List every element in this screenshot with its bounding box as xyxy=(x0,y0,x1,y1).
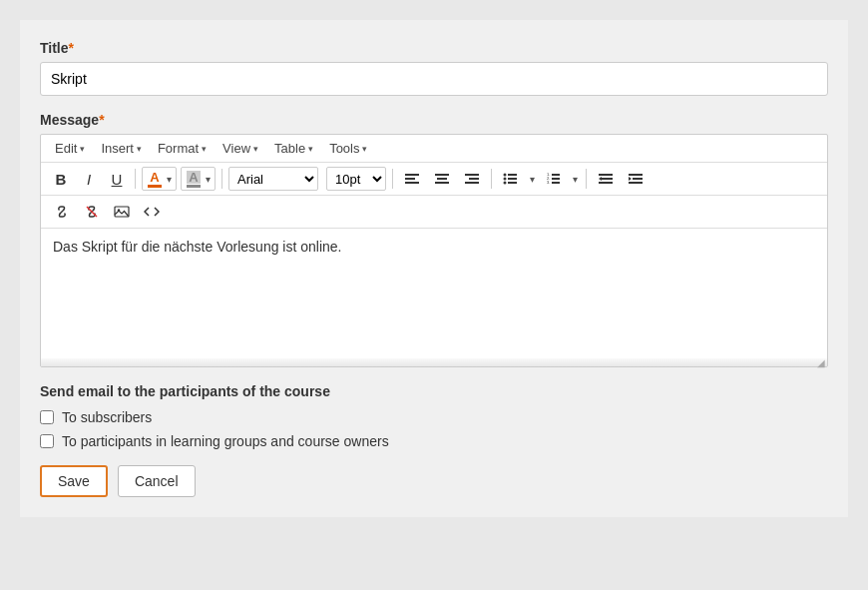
participants-checkbox[interactable] xyxy=(40,434,54,448)
align-center-button[interactable] xyxy=(429,167,455,191)
svg-point-11 xyxy=(504,178,507,181)
participants-label[interactable]: To participants in learning groups and c… xyxy=(62,433,389,449)
svg-text:3.: 3. xyxy=(547,180,550,185)
format-caret: ▾ xyxy=(202,144,207,154)
subscribers-label[interactable]: To subscribers xyxy=(62,409,152,425)
form-container: Title* Message* Edit ▾ Insert ▾ Format xyxy=(20,20,848,517)
link-icon xyxy=(54,204,70,220)
font-color-button[interactable]: A xyxy=(145,167,165,191)
insert-link-button[interactable] xyxy=(49,200,75,224)
rich-text-editor: Edit ▾ Insert ▾ Format ▾ View ▾ Table xyxy=(40,134,828,367)
svg-rect-0 xyxy=(405,174,419,176)
edit-caret: ▾ xyxy=(80,144,85,154)
menu-insert[interactable]: Insert ▾ xyxy=(95,139,148,158)
bullet-list-icon xyxy=(503,171,519,187)
action-buttons: Save Cancel xyxy=(40,465,828,497)
bg-color-button[interactable]: A xyxy=(184,167,204,191)
svg-rect-3 xyxy=(435,174,449,176)
align-left-icon xyxy=(404,171,420,187)
svg-rect-25 xyxy=(629,174,643,176)
save-button[interactable]: Save xyxy=(40,465,108,497)
checkbox-row-2: To participants in learning groups and c… xyxy=(40,433,828,449)
svg-rect-26 xyxy=(633,178,643,180)
svg-rect-8 xyxy=(465,182,479,184)
align-right-icon xyxy=(464,171,480,187)
bg-color-group: A ▾ xyxy=(181,167,216,191)
bullet-list-dropdown[interactable]: ▾ xyxy=(528,174,537,185)
font-color-bar xyxy=(148,185,162,188)
svg-point-9 xyxy=(504,174,507,177)
numbered-list-dropdown[interactable]: ▾ xyxy=(571,174,580,185)
align-right-button[interactable] xyxy=(459,167,485,191)
tools-caret: ▾ xyxy=(362,144,367,154)
cancel-button[interactable]: Cancel xyxy=(118,465,196,497)
svg-rect-16 xyxy=(552,174,560,176)
unlink-button[interactable] xyxy=(79,200,105,224)
svg-rect-10 xyxy=(508,174,517,176)
bullet-list-button[interactable] xyxy=(498,167,524,191)
subscribers-checkbox[interactable] xyxy=(40,410,54,424)
numbered-list-button[interactable]: 1. 2. 3. xyxy=(541,167,567,191)
message-field-group: Message* Edit ▾ Insert ▾ Format ▾ View xyxy=(40,112,828,367)
resize-icon: ◢ xyxy=(817,357,825,368)
title-field-group: Title* xyxy=(40,40,828,112)
source-code-button[interactable] xyxy=(139,200,165,224)
indent-icon xyxy=(628,171,644,187)
message-required-star: * xyxy=(99,112,104,128)
svg-rect-7 xyxy=(469,178,479,180)
svg-rect-32 xyxy=(115,207,129,217)
underline-button[interactable]: U xyxy=(105,167,129,191)
separator-4 xyxy=(491,169,492,189)
bold-button[interactable]: B xyxy=(49,167,73,191)
menu-edit[interactable]: Edit ▾ xyxy=(49,139,91,158)
title-label: Title* xyxy=(40,40,828,56)
italic-button[interactable]: I xyxy=(77,167,101,191)
svg-rect-27 xyxy=(629,182,643,184)
table-caret: ▾ xyxy=(308,144,313,154)
svg-rect-2 xyxy=(405,182,419,184)
checkbox-row-1: To subscribers xyxy=(40,409,828,425)
svg-rect-1 xyxy=(405,178,415,180)
svg-line-29 xyxy=(60,210,64,214)
svg-rect-21 xyxy=(599,174,613,176)
unlink-icon xyxy=(84,204,100,220)
title-input[interactable] xyxy=(40,62,828,96)
title-label-text: Title xyxy=(40,40,69,56)
svg-rect-23 xyxy=(599,182,613,184)
bg-color-dropdown[interactable]: ▾ xyxy=(204,174,213,185)
svg-point-13 xyxy=(504,182,507,185)
font-color-dropdown[interactable]: ▾ xyxy=(165,174,174,185)
svg-marker-24 xyxy=(599,177,602,181)
outdent-icon xyxy=(598,171,614,187)
svg-rect-14 xyxy=(508,182,517,184)
separator-5 xyxy=(586,169,587,189)
indent-button[interactable] xyxy=(623,167,649,191)
separator-1 xyxy=(135,169,136,189)
insert-caret: ▾ xyxy=(137,144,142,154)
menu-table[interactable]: Table ▾ xyxy=(268,139,319,158)
svg-rect-12 xyxy=(508,178,517,180)
font-family-select[interactable]: Arial Times New Roman Courier New xyxy=(228,167,318,191)
title-required-star: * xyxy=(69,40,74,56)
svg-rect-20 xyxy=(552,182,560,184)
outdent-button[interactable] xyxy=(593,167,619,191)
code-icon xyxy=(144,204,160,220)
svg-rect-5 xyxy=(435,182,449,184)
formatting-toolbar: B I U A ▾ A ▾ xyxy=(41,163,827,196)
message-label: Message* xyxy=(40,112,828,128)
font-size-select[interactable]: 10pt 8pt 12pt 14pt xyxy=(326,167,386,191)
send-email-title: Send email to the participants of the co… xyxy=(40,383,828,399)
separator-3 xyxy=(392,169,393,189)
editor-resize-handle[interactable]: ◢ xyxy=(41,358,827,366)
send-email-section: Send email to the participants of the co… xyxy=(40,383,828,449)
menu-view[interactable]: View ▾ xyxy=(217,139,264,158)
align-left-button[interactable] xyxy=(399,167,425,191)
editor-content-area[interactable]: Das Skript für die nächste Vorlesung ist… xyxy=(41,229,827,358)
menu-format[interactable]: Format ▾ xyxy=(152,139,213,158)
bg-color-bar xyxy=(187,185,201,188)
svg-rect-18 xyxy=(552,178,560,180)
menu-tools[interactable]: Tools ▾ xyxy=(323,139,373,158)
view-caret: ▾ xyxy=(253,144,258,154)
svg-rect-22 xyxy=(602,178,613,180)
insert-image-button[interactable] xyxy=(109,200,135,224)
